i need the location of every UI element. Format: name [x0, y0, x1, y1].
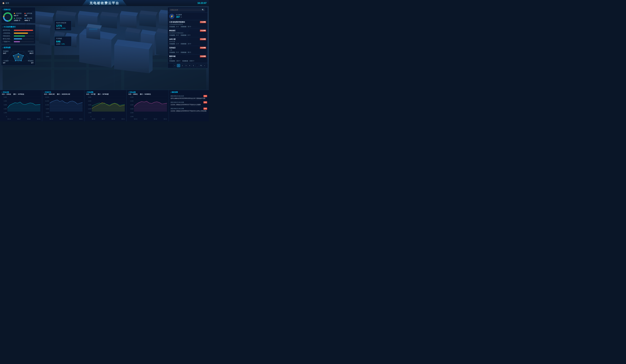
svg-marker-44: [114, 45, 149, 73]
page-5[interactable]: 5: [192, 64, 195, 67]
svg-marker-98: [134, 101, 167, 112]
left-panel: 回路状态 充电回路: [1, 7, 36, 67]
charge-amount-y-labels: 6,000 5,000 4,000 3,000 2,000 1,000: [128, 97, 134, 117]
prev-page[interactable]: <: [173, 64, 176, 67]
station-count-unit: 个: [181, 16, 182, 18]
search-box[interactable]: 🔍: [169, 8, 205, 11]
station-count-value: 387: [176, 16, 180, 18]
bar-4: [14, 41, 20, 42]
charge-count-header: 充电次数 今日： 1391次 累计： 347952次: [2, 91, 40, 96]
page-3[interactable]: 3: [184, 64, 188, 67]
scene-factory: 厂区园区 5个: [3, 60, 9, 64]
page-2[interactable]: 2: [181, 64, 184, 67]
svg-rect-50: [89, 31, 98, 31]
ev-range-value: 1776: [56, 24, 70, 28]
charge-count-y-labels: 5,000 4,000 3,000 2,000 1,000 0: [2, 97, 7, 117]
usage-scene-section: 使用场景: [1, 45, 36, 66]
charge-kwh-svg: [92, 97, 125, 112]
news-tag-0: 告警: [203, 95, 207, 97]
page-title: 充电桩收费云平台: [89, 1, 119, 5]
news-content-2: 北京第二保险处在20200010177驻友车久压停止充电范围: [170, 110, 207, 112]
news-title: 最新报警: [170, 91, 207, 93]
search-icon[interactable]: 🔍: [202, 9, 204, 11]
home-label: 首页: [5, 2, 9, 4]
news-content-0: 花坪山钢铁在202102200010201运左车门普通桌护范围: [170, 98, 207, 99]
right-panel: 🔍 ⚡ 站点数量 387 个 江苏省地理研究院测试 作业报警 江苏省地理研究院9…: [168, 7, 208, 68]
charge-duration-header: 充电时长 今日： 3988小时 累计： 1625230小时: [44, 91, 82, 96]
charge-count-title: 充电次数: [2, 91, 40, 93]
header: 🏠 首页 充电桩收费云平台 16:23:07: [0, 0, 209, 6]
home-nav[interactable]: 🏠 首页: [2, 2, 9, 4]
station-tag-4: 作业报警: [200, 55, 206, 57]
station-item-2[interactable]: 金剑大厦 作业报警 金剑大厦 充电桩数：1 个 回路数量：10 个: [168, 37, 208, 46]
charge-amount-total: 累计： 543889元: [140, 93, 151, 95]
charge-kwh-y-labels: 5,000 4,000 3,000 2,000 1,000 0: [86, 97, 92, 117]
station-sub-0: 江苏省地理研究院9号: [169, 23, 206, 25]
svg-marker-85: [50, 100, 82, 112]
charge-amount-panel: 充电金额 今日： 1868元 累计： 543889元 6,000 5,000 4…: [127, 90, 169, 121]
svg-rect-49: [89, 29, 98, 30]
scene-community: 社区园区 361个: [28, 50, 34, 54]
station-sub-2: 金剑大厦: [169, 41, 206, 43]
charge-kwh-title: 充电度数: [86, 91, 125, 93]
station-tag-3: 作业报警: [200, 47, 206, 49]
news-tag-1: 告警: [203, 101, 207, 103]
ev-range-card: 电动车充电延展 1776 使用率 0.94%: [54, 21, 72, 31]
station-list: 江苏省地理研究院测试 作业报警 江苏省地理研究院9号 充电桩数：6 个 回路数量…: [168, 20, 208, 63]
station-stats: ⚡ 站点数量 387 个: [168, 13, 208, 20]
bottom-section: 充电次数 今日： 1391次 累计： 347952次 5,000 4,000 3…: [0, 90, 209, 121]
bar-1: [14, 33, 28, 34]
svg-marker-92: [92, 103, 125, 112]
station-count-row: 387 个: [176, 16, 182, 18]
news-item-0: 2022-08-22 16:12:23 告警 花坪山钢铁在20210220001…: [170, 94, 207, 100]
search-input[interactable]: [170, 9, 202, 11]
station-tag-0: 作业报警: [200, 21, 206, 23]
svg-marker-14: [39, 27, 50, 45]
charge-count-panel: 充电次数 今日： 1391次 累计： 347952次 5,000 4,000 3…: [0, 90, 42, 121]
station-name-4: 繁荣华庭 作业报警: [169, 55, 206, 57]
page-ellipsis: ...: [196, 64, 199, 67]
charge-count-stats: 今日： 1391次 累计： 347952次: [2, 93, 40, 95]
ev-range-title: 电动车充电延展: [56, 22, 70, 24]
charge-kwh-today: 今日： 1417度: [86, 93, 95, 95]
charge-amount-x-labels: 08-15 08-17 08-19 08-21: [134, 118, 167, 120]
car-pile-value: 646: [56, 40, 70, 43]
station-item-4[interactable]: 繁荣华庭 作业报警 北京 充电桩数：153 个 回路数量：1530 个: [168, 54, 208, 63]
usage-ranking-section: 今日使用量排行 淮安同方投... 上海负泡地... 河南信息安... 黄河口内部…: [1, 24, 36, 44]
charge-count-today: 今日： 1391次: [2, 93, 11, 95]
page-1[interactable]: 1: [177, 64, 180, 67]
charging-dot: [14, 13, 15, 14]
loop-status-content: 充电回路 603 个 故障回路 100 空闲回路 1202: [3, 12, 34, 22]
scene-labels: 学校园区 10个 社区园区 361个 厂区园区 5个 商场园区 6个: [3, 50, 34, 64]
station-item-1[interactable]: 树状校区 作业报警 南京师范大学树状校区 充电桩数：0 个 回路数量：0 个: [168, 29, 208, 37]
fault-dot: [24, 13, 26, 14]
station-item-3[interactable]: 宝安饭店 作业报警 上海 充电桩数：5 个 回路数量：50 个: [168, 46, 208, 54]
svg-marker-22: [100, 15, 117, 29]
next-page[interactable]: >: [203, 64, 206, 67]
news-content-1: 北京第二保险处在20200010177驻发生久压报障: [170, 104, 207, 106]
charge-duration-stats: 今日： 3988小时 累计： 1625230小时: [44, 93, 82, 95]
ranking-item-3: 黄河口内部...: [3, 38, 34, 40]
charge-kwh-header: 充电度数 今日： 1417度 累计： 367960度: [86, 91, 125, 96]
news-item-0-header: 2022-08-22 16:12:23 告警: [170, 95, 207, 97]
station-item-0[interactable]: 江苏省地理研究院测试 作业报警 江苏省地理研究院9号 充电桩数：6 个 回路数量…: [168, 20, 208, 29]
car-pile-sub: 使用率 0.8%: [56, 43, 70, 45]
page-4[interactable]: 4: [188, 64, 191, 67]
station-name-0: 江苏省地理研究院测试 作业报警: [169, 21, 206, 23]
news-item-1: 2022-08-22 16:12:08 告警 北京第二保险处在202000101…: [170, 100, 207, 107]
loop-status-title: 回路状态: [3, 8, 34, 11]
ranking-item-1: 上海负泡地...: [3, 32, 34, 34]
svg-marker-24: [120, 15, 136, 28]
page-78[interactable]: 78: [199, 64, 202, 67]
svg-point-59: [5, 14, 11, 20]
car-pile-card: 车充电桩 646 使用率 0.8%: [54, 36, 72, 46]
station-icon: ⚡: [169, 14, 174, 19]
ev-range-sub: 使用率 0.94%: [56, 28, 70, 30]
charge-kwh-panel: 充电度数 今日： 1417度 累计： 367960度 5,000 4,000 3…: [84, 90, 127, 121]
charge-duration-panel: 充电时长 今日： 3988小时 累计： 1625230小时 18,000 15,…: [42, 90, 84, 121]
station-meta-4: 充电桩数：153 个 回路数量：1530 个: [169, 60, 206, 62]
charge-duration-svg: [50, 97, 82, 112]
station-icon-area: ⚡: [169, 14, 174, 19]
svg-marker-79: [7, 102, 40, 112]
news-item-1-header: 2022-08-22 16:12:08 告警: [170, 101, 207, 103]
